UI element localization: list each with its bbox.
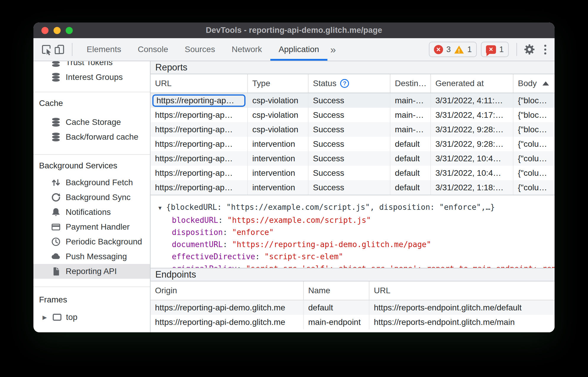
column-header-endpoint-url[interactable]: URL	[369, 281, 555, 300]
column-header-name[interactable]: Name	[304, 281, 369, 300]
table-row[interactable]: https://reporting-api-demo.glitch.me mai…	[151, 315, 555, 329]
issues-badge[interactable]: ✕ 1	[481, 42, 509, 57]
tab-network[interactable]: Network	[223, 38, 270, 61]
cell-destination: default	[390, 166, 431, 180]
json-object-summary[interactable]: ▼ {blockedURL: "https://example.com/scri…	[157, 201, 555, 214]
storage-icon	[51, 132, 61, 142]
sidebar-divider	[33, 154, 150, 155]
column-header-origin[interactable]: Origin	[151, 281, 304, 300]
sort-ascending-icon	[542, 81, 549, 86]
reports-table-body: https://reporting-ap… csp-violation Succ…	[151, 93, 555, 195]
cell-destination: default	[390, 180, 431, 195]
sidebar-item-label: Push Messaging	[66, 252, 127, 261]
cell-url: https://reporting-ap…	[151, 108, 248, 122]
cloud-icon	[51, 251, 61, 262]
table-row[interactable]: https://reporting-ap… csp-violation Succ…	[151, 108, 555, 122]
devtools-window: DevTools - reporting-api-demo.glitch.me/…	[33, 22, 555, 332]
tab-application[interactable]: Application	[270, 38, 327, 61]
sidebar-item-trust-tokens[interactable]: Trust Tokens	[33, 61, 150, 70]
cell-type: csp-violation	[248, 108, 308, 122]
table-row[interactable]: https://reporting-ap… intervention Succe…	[151, 180, 555, 195]
table-row[interactable]: https://reporting-ap… intervention Succe…	[151, 137, 555, 151]
reports-section-title: Reports	[151, 61, 555, 74]
tab-elements[interactable]: Elements	[78, 38, 130, 61]
column-header-generated-at[interactable]: Generated at	[431, 74, 513, 93]
cell-name: default	[304, 300, 369, 315]
sidebar-item-label: Payment Handler	[66, 222, 130, 232]
column-header-status[interactable]: Status ?	[308, 74, 390, 93]
console-errors-warnings-badge[interactable]: ✕ 3 ! 1	[429, 42, 477, 57]
sidebar-item-label: Background Fetch	[66, 178, 133, 187]
sidebar-item-reporting-api[interactable]: Reporting API	[33, 264, 150, 279]
application-sidebar: Trust Tokens Interest Groups Cache Cache…	[33, 61, 151, 332]
inspect-element-icon[interactable]	[40, 43, 53, 56]
cell-type: csp-violation	[248, 93, 308, 108]
json-property: disposition: "enforce"	[157, 226, 555, 239]
cell-body: {"colu…	[513, 137, 555, 151]
cell-type: intervention	[248, 166, 308, 180]
more-tabs-icon[interactable]: »	[327, 38, 339, 61]
sidebar-item-interest-groups[interactable]: Interest Groups	[33, 70, 150, 85]
sidebar-item-top-frame[interactable]: ▶ top	[33, 310, 150, 325]
cell-status: Success	[308, 180, 390, 195]
cell-destination: default	[390, 151, 431, 166]
devtools-toolbar: Elements Console Sources Network Applica…	[33, 38, 555, 61]
sidebar-item-notifications[interactable]: Notifications	[33, 205, 150, 220]
gear-icon[interactable]	[523, 43, 536, 56]
cell-url: https://reporting-ap…	[151, 166, 248, 180]
expand-arrow-icon[interactable]: ▶	[41, 314, 48, 321]
sidebar-item-cache-storage[interactable]: Cache Storage	[33, 115, 150, 130]
cell-name: main-endpoint	[304, 315, 369, 329]
cell-generated-at: 3/31/2022, 9:28:…	[431, 122, 513, 137]
warning-count: 1	[467, 45, 472, 54]
cell-status: Success	[308, 151, 390, 166]
sync-icon	[51, 192, 61, 203]
sidebar-item-background-fetch[interactable]: Background Fetch	[33, 175, 150, 190]
table-row[interactable]: https://reporting-api-demo.glitch.me def…	[151, 300, 555, 315]
window-title: DevTools - reporting-api-demo.glitch.me/…	[206, 26, 382, 35]
cell-url: https://reporting-ap…	[151, 151, 248, 166]
tab-console[interactable]: Console	[130, 38, 177, 61]
json-property: documentURL: "https://reporting-api-demo…	[157, 239, 555, 251]
sidebar-item-push-messaging[interactable]: Push Messaging	[33, 249, 150, 264]
sidebar-item-label: Back/forward cache	[66, 132, 138, 142]
cell-body: {"bloc…	[513, 93, 555, 108]
toolbar-divider	[72, 43, 72, 56]
error-icon: ✕	[434, 45, 443, 54]
cell-body: {"colu…	[513, 180, 555, 195]
cell-destination: default	[390, 137, 431, 151]
minimize-window-button[interactable]	[54, 27, 61, 34]
collapse-arrow-icon[interactable]: ▼	[157, 202, 163, 214]
sidebar-item-background-sync[interactable]: Background Sync	[33, 190, 150, 205]
sidebar-item-back-forward-cache[interactable]: Back/forward cache	[33, 130, 150, 144]
status-help-icon[interactable]: ?	[340, 79, 349, 88]
table-row[interactable]: https://reporting-ap… csp-violation Succ…	[151, 122, 555, 137]
cell-destination: main-…	[390, 108, 431, 122]
storage-icon	[51, 117, 61, 128]
close-window-button[interactable]	[41, 27, 49, 34]
cell-status: Success	[308, 122, 390, 137]
column-header-destination[interactable]: Destin…	[390, 74, 431, 93]
sidebar-section-cache: Cache	[33, 96, 150, 111]
column-header-url[interactable]: URL	[151, 74, 248, 93]
table-row[interactable]: https://reporting-ap… intervention Succe…	[151, 166, 555, 180]
warning-icon: !	[454, 45, 464, 54]
table-row[interactable]: https://reporting-ap… intervention Succe…	[151, 151, 555, 166]
cell-url: https://reporting-ap…	[151, 93, 248, 108]
window-titlebar: DevTools - reporting-api-demo.glitch.me/…	[33, 22, 555, 38]
device-toolbar-icon[interactable]	[53, 43, 66, 56]
sidebar-item-periodic-background-sync[interactable]: Periodic Background	[33, 234, 150, 249]
tab-sources[interactable]: Sources	[176, 38, 223, 61]
cell-destination: main-…	[390, 122, 431, 137]
storage-icon	[51, 61, 61, 68]
json-property: effectiveDirective: "script-src-elem"	[157, 251, 555, 263]
zoom-window-button[interactable]	[66, 27, 73, 34]
cell-body: {"bloc…	[513, 108, 555, 122]
column-header-body[interactable]: Body	[513, 74, 555, 93]
table-row[interactable]: https://reporting-ap… csp-violation Succ…	[151, 93, 555, 108]
sidebar-section-frames: Frames	[33, 292, 150, 307]
cell-origin: https://reporting-api-demo.glitch.me	[151, 300, 304, 315]
sidebar-item-payment-handler[interactable]: Payment Handler	[33, 220, 150, 234]
more-options-icon[interactable]	[544, 45, 546, 54]
column-header-type[interactable]: Type	[248, 74, 308, 93]
